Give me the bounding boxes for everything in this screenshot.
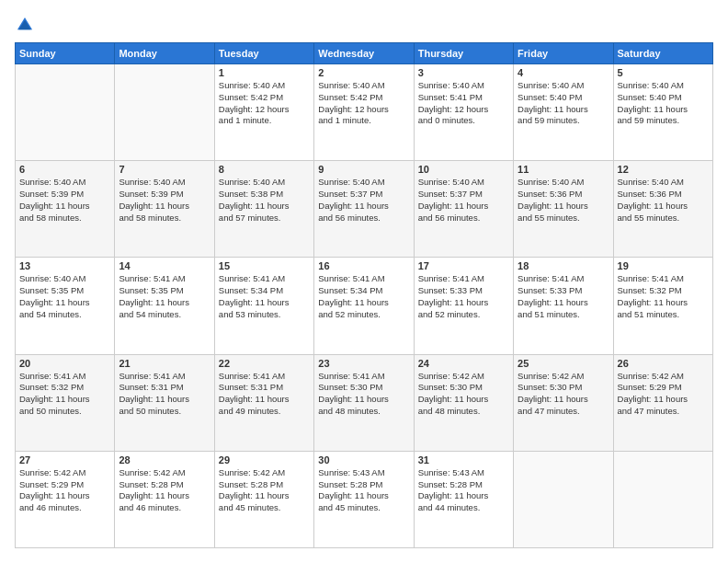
- calendar-cell: 5Sunrise: 5:40 AMSunset: 5:40 PMDaylight…: [613, 64, 712, 161]
- day-info-line: Sunset: 5:34 PM: [318, 285, 409, 297]
- day-info-line: Sunset: 5:31 PM: [219, 382, 310, 394]
- day-info-line: Sunrise: 5:41 AM: [219, 273, 310, 285]
- day-info-line: Sunset: 5:36 PM: [518, 189, 609, 201]
- day-number: 2: [318, 67, 409, 78]
- day-number: 31: [418, 454, 509, 465]
- day-info-line: Sunset: 5:41 PM: [418, 92, 509, 104]
- day-number: 5: [618, 67, 709, 78]
- day-info-line: Sunset: 5:28 PM: [119, 479, 210, 491]
- day-info-line: Daylight: 11 hours: [219, 394, 310, 406]
- calendar-week-2: 6Sunrise: 5:40 AMSunset: 5:39 PMDaylight…: [16, 161, 713, 258]
- day-number: 7: [119, 164, 210, 175]
- calendar-cell: 7Sunrise: 5:40 AMSunset: 5:39 PMDaylight…: [115, 161, 214, 258]
- day-info-line: Sunset: 5:32 PM: [19, 382, 110, 394]
- calendar-header: SundayMondayTuesdayWednesdayThursdayFrid…: [16, 43, 713, 64]
- day-info-line: Daylight: 11 hours: [618, 297, 709, 309]
- calendar-table: SundayMondayTuesdayWednesdayThursdayFrid…: [15, 42, 713, 548]
- day-info-line: and 57 minutes.: [219, 213, 310, 224]
- day-info-line: Sunrise: 5:42 AM: [518, 371, 609, 383]
- day-number: 18: [518, 260, 609, 271]
- day-info-line: Sunset: 5:28 PM: [418, 479, 509, 491]
- calendar-cell: 6Sunrise: 5:40 AMSunset: 5:39 PMDaylight…: [16, 161, 115, 258]
- day-info-line: Daylight: 11 hours: [219, 490, 310, 502]
- day-info-line: Sunset: 5:36 PM: [618, 189, 709, 201]
- day-info-line: and 50 minutes.: [119, 406, 210, 418]
- day-info-line: Sunrise: 5:40 AM: [119, 177, 210, 189]
- day-info-line: Sunrise: 5:41 AM: [318, 371, 409, 383]
- day-info-line: Sunset: 5:35 PM: [19, 285, 110, 297]
- day-info-line: Sunrise: 5:40 AM: [219, 80, 310, 92]
- calendar-cell: 26Sunrise: 5:42 AMSunset: 5:29 PMDayligh…: [613, 354, 712, 451]
- day-info-line: Daylight: 11 hours: [19, 201, 110, 213]
- page: SundayMondayTuesdayWednesdayThursdayFrid…: [0, 0, 728, 563]
- day-info-line: and 47 minutes.: [618, 406, 709, 418]
- calendar-cell: 30Sunrise: 5:43 AMSunset: 5:28 PMDayligh…: [314, 451, 414, 547]
- day-number: 26: [618, 358, 709, 369]
- day-info-line: Daylight: 11 hours: [518, 297, 609, 309]
- day-info-line: Sunrise: 5:43 AM: [418, 467, 509, 479]
- day-info-line: Sunrise: 5:40 AM: [618, 177, 709, 189]
- day-number: 17: [418, 260, 509, 271]
- day-info-line: Sunrise: 5:40 AM: [418, 177, 509, 189]
- calendar-cell: 18Sunrise: 5:41 AMSunset: 5:33 PMDayligh…: [514, 258, 613, 354]
- calendar-cell: 23Sunrise: 5:41 AMSunset: 5:30 PMDayligh…: [314, 354, 414, 451]
- day-info-line: and 52 minutes.: [418, 309, 509, 321]
- weekday-header-wednesday: Wednesday: [314, 43, 414, 64]
- day-info-line: Sunrise: 5:42 AM: [19, 467, 110, 479]
- day-info-line: Sunrise: 5:40 AM: [19, 273, 110, 285]
- day-info-line: Sunset: 5:35 PM: [119, 285, 210, 297]
- day-info-line: and 1 minute.: [219, 115, 310, 127]
- day-info-line: Sunset: 5:42 PM: [318, 92, 409, 104]
- day-info-line: Daylight: 11 hours: [418, 490, 509, 502]
- day-info-line: and 48 minutes.: [318, 406, 409, 418]
- day-info-line: and 50 minutes.: [19, 406, 110, 418]
- day-info-line: Daylight: 11 hours: [318, 201, 409, 213]
- calendar-week-4: 20Sunrise: 5:41 AMSunset: 5:32 PMDayligh…: [16, 354, 713, 451]
- day-info-line: Sunset: 5:30 PM: [518, 382, 609, 394]
- day-info-line: Sunset: 5:39 PM: [119, 189, 210, 201]
- calendar-cell: [514, 451, 613, 547]
- day-info-line: Daylight: 11 hours: [418, 297, 509, 309]
- day-info-line: and 54 minutes.: [19, 309, 110, 321]
- day-info-line: Daylight: 11 hours: [518, 201, 609, 213]
- weekday-header-sunday: Sunday: [16, 43, 115, 64]
- day-info-line: and 58 minutes.: [19, 213, 110, 224]
- day-info-line: Sunset: 5:42 PM: [219, 92, 310, 104]
- day-info-line: Sunset: 5:32 PM: [618, 285, 709, 297]
- day-number: 12: [618, 164, 709, 175]
- day-info-line: Sunset: 5:37 PM: [418, 189, 509, 201]
- day-info-line: Sunrise: 5:42 AM: [219, 467, 310, 479]
- day-info-line: Sunset: 5:33 PM: [418, 285, 509, 297]
- day-info-line: Daylight: 11 hours: [119, 297, 210, 309]
- calendar-cell: 20Sunrise: 5:41 AMSunset: 5:32 PMDayligh…: [16, 354, 115, 451]
- calendar-cell: 29Sunrise: 5:42 AMSunset: 5:28 PMDayligh…: [214, 451, 313, 547]
- day-number: 28: [119, 454, 210, 465]
- day-info-line: Sunrise: 5:42 AM: [618, 371, 709, 383]
- day-info-line: Daylight: 11 hours: [318, 394, 409, 406]
- day-info-line: and 51 minutes.: [618, 309, 709, 321]
- day-info-line: Daylight: 11 hours: [19, 490, 110, 502]
- day-info-line: and 58 minutes.: [119, 213, 210, 224]
- day-info-line: and 59 minutes.: [618, 115, 709, 127]
- day-info-line: Daylight: 11 hours: [19, 394, 110, 406]
- day-info-line: Daylight: 11 hours: [418, 201, 509, 213]
- day-number: 16: [318, 260, 409, 271]
- calendar-cell: 27Sunrise: 5:42 AMSunset: 5:29 PMDayligh…: [16, 451, 115, 547]
- day-info-line: Daylight: 11 hours: [219, 201, 310, 213]
- day-info-line: Daylight: 11 hours: [318, 490, 409, 502]
- day-number: 1: [219, 67, 310, 78]
- day-number: 9: [318, 164, 409, 175]
- day-info-line: Sunset: 5:38 PM: [219, 189, 310, 201]
- day-info-line: Sunrise: 5:40 AM: [19, 177, 110, 189]
- header: [15, 15, 713, 35]
- day-info-line: Daylight: 11 hours: [418, 394, 509, 406]
- day-info-line: and 56 minutes.: [318, 213, 409, 224]
- day-info-line: Daylight: 12 hours: [418, 104, 509, 116]
- calendar-cell: 4Sunrise: 5:40 AMSunset: 5:40 PMDaylight…: [514, 64, 613, 161]
- day-info-line: Daylight: 11 hours: [119, 201, 210, 213]
- day-info-line: Sunrise: 5:40 AM: [618, 80, 709, 92]
- day-info-line: and 59 minutes.: [518, 115, 609, 127]
- day-info-line: Sunset: 5:40 PM: [518, 92, 609, 104]
- calendar-cell: 15Sunrise: 5:41 AMSunset: 5:34 PMDayligh…: [214, 258, 313, 354]
- day-info-line: and 46 minutes.: [119, 502, 210, 514]
